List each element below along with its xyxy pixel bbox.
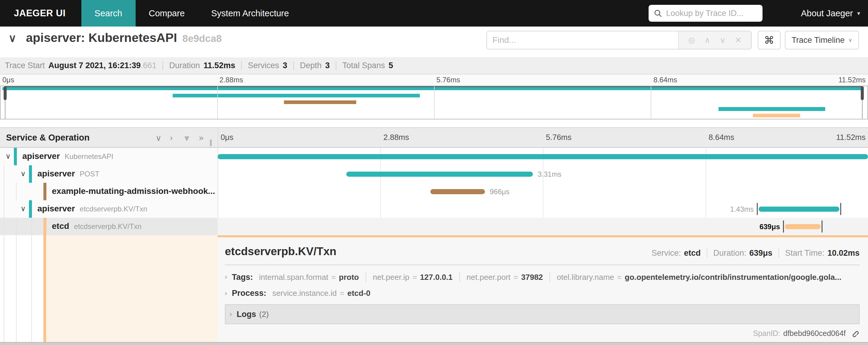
span-timeline-cell[interactable]: 1.43ms xyxy=(218,200,868,218)
span-service-name: apiserverPOST xyxy=(37,169,99,178)
span-timeline-cell[interactable]: 3.31ms xyxy=(218,165,868,183)
span-expander-chevron-icon[interactable]: ∨ xyxy=(21,204,26,213)
span-duration-bar[interactable] xyxy=(430,189,485,194)
span-name-cell[interactable]: ∨apiserverPOST xyxy=(0,165,218,183)
service-label: Service: xyxy=(652,249,681,258)
span-row[interactable]: example-mutating-admission-webhook...966… xyxy=(0,183,868,200)
find-input[interactable] xyxy=(487,31,678,49)
span-boundary-tick xyxy=(783,221,784,232)
command-icon: ⌘ xyxy=(764,34,774,46)
span-timeline-cell[interactable]: 639μs xyxy=(218,218,868,235)
equals-sign: = xyxy=(340,289,344,298)
detail-left-gutter xyxy=(0,235,218,343)
span-name-cell[interactable]: etcdetcdserverpb.KV/Txn xyxy=(0,218,218,235)
span-expander-chevron-icon[interactable]: ∨ xyxy=(5,152,11,161)
prev-match-icon[interactable]: ∧ xyxy=(705,36,710,45)
divider xyxy=(241,61,242,70)
start-time-value: 10.02ms xyxy=(827,249,860,258)
start-time-label: Start Time: xyxy=(785,249,825,258)
duration-value: 639μs xyxy=(749,249,772,258)
trace-minimap[interactable] xyxy=(0,86,868,119)
duration-value: 11.52ms xyxy=(204,61,235,70)
keyboard-shortcuts-button[interactable]: ⌘ xyxy=(758,31,781,50)
span-timeline-cell[interactable] xyxy=(218,148,868,165)
scrubber-grip[interactable] xyxy=(861,86,864,100)
minimap-span-bar xyxy=(173,94,420,97)
lookup-trace-input[interactable] xyxy=(666,9,756,18)
clear-icon[interactable]: ✕ xyxy=(735,36,742,45)
process-accordion[interactable]: › Process: service.instance.id = etcd-0 xyxy=(225,289,860,298)
span-name-cell[interactable]: example-mutating-admission-webhook... xyxy=(0,183,218,200)
span-boundary-tick xyxy=(757,203,758,215)
span-timeline-cell[interactable]: 966μs xyxy=(218,183,868,200)
span-duration-bar[interactable] xyxy=(758,207,839,212)
span-duration-label: 639μs xyxy=(760,223,780,231)
span-expander-chevron-icon[interactable]: ∨ xyxy=(21,170,26,178)
trace-start-label: Trace Start xyxy=(5,61,45,70)
trace-lookup-box[interactable] xyxy=(649,5,763,22)
span-color-strip xyxy=(43,183,46,200)
trace-title-text: apiserver: KubernetesAPI xyxy=(26,31,177,45)
duration-label: Duration xyxy=(169,61,200,70)
chevron-down-icon: ▾ xyxy=(857,10,860,17)
scrubber-grip[interactable] xyxy=(4,86,7,100)
minimap-right-scrubber[interactable] xyxy=(862,86,863,119)
column-resize-handle[interactable]: ∥ xyxy=(209,139,213,147)
tick-label: 0μs xyxy=(221,133,233,142)
expand-all-icon[interactable]: » xyxy=(199,133,204,143)
logs-accordion[interactable]: › Logs (2) xyxy=(225,304,860,324)
span-row[interactable]: ∨apiserverKubernetesAPI xyxy=(0,148,868,165)
span-duration-bar[interactable] xyxy=(218,154,868,159)
link-icon[interactable] xyxy=(850,328,860,338)
collapse-trace-chevron-icon[interactable]: ∨ xyxy=(8,32,16,45)
about-jaeger-menu[interactable]: About Jaeger ▾ xyxy=(801,0,860,27)
span-duration-bar[interactable] xyxy=(785,224,821,229)
tag-value: 37982 xyxy=(521,272,543,282)
minimap-span-bar xyxy=(718,107,825,111)
span-rows: ∨apiserverKubernetesAPI∨apiserverPOST3.3… xyxy=(0,148,868,235)
span-boundary-tick xyxy=(840,203,841,215)
span-color-strip xyxy=(29,165,32,183)
timeline-tick-labels: 0μs2.88ms5.76ms8.64ms11.52ms xyxy=(218,128,868,148)
tick-label: 11.52ms xyxy=(836,133,866,142)
span-row[interactable]: ∨apiserverPOST3.31ms xyxy=(0,165,868,183)
indent-guide xyxy=(16,218,17,235)
divider xyxy=(550,272,550,282)
span-row[interactable]: ∨apiserveretcdserverpb.KV/Txn1.43ms xyxy=(0,200,868,218)
target-icon[interactable]: ◎ xyxy=(688,36,695,45)
service-value: etcd xyxy=(684,249,701,258)
trace-view-label: Trace Timeline xyxy=(792,36,844,45)
nav-tab-compare[interactable]: Compare xyxy=(135,0,198,27)
trace-view-dropdown[interactable]: Trace Timeline ∨ xyxy=(785,31,859,50)
next-match-icon[interactable]: ∨ xyxy=(720,36,725,45)
nav-tab-system-architecture[interactable]: System Architecture xyxy=(198,0,302,27)
logs-count: (2) xyxy=(259,310,269,319)
span-duration-bar[interactable] xyxy=(346,172,533,177)
span-operation-name: POST xyxy=(80,170,99,178)
nav-tab-search[interactable]: Search xyxy=(82,0,135,27)
trace-header: ∨ apiserver: KubernetesAPI8e9dca8 ◎ ∧ ∨ … xyxy=(0,27,868,57)
divider xyxy=(459,272,460,282)
divider xyxy=(778,248,779,258)
process-key: service.instance.id xyxy=(272,289,337,298)
span-row[interactable]: etcdetcdserverpb.KV/Txn639μs xyxy=(0,218,868,235)
divider xyxy=(225,264,860,265)
expand-one-icon[interactable]: › xyxy=(170,133,173,143)
nav-tabs: SearchCompareSystem Architecture xyxy=(82,0,302,27)
minimap-left-scrubber[interactable] xyxy=(5,86,5,119)
indent-guide xyxy=(31,235,32,343)
minimap-span-bar xyxy=(284,100,356,104)
collapse-all-icon[interactable]: ⩔ xyxy=(184,133,189,143)
total-spans-label: Total Spans xyxy=(342,61,385,70)
span-name-cell[interactable]: ∨apiserverKubernetesAPI xyxy=(0,148,218,165)
span-name-cell[interactable]: ∨apiserveretcdserverpb.KV/Txn xyxy=(0,200,218,218)
divider xyxy=(162,61,163,70)
collapse-one-icon[interactable]: ∨ xyxy=(156,133,161,143)
tick-label: 8.64ms xyxy=(653,76,677,84)
horizontal-scrollbar[interactable] xyxy=(0,342,868,345)
tags-accordion[interactable]: › Tags: internal.span.format=protonet.pe… xyxy=(225,272,860,282)
indent-guide xyxy=(16,183,17,200)
span-duration-label: 3.31ms xyxy=(538,170,561,178)
services-label: Services xyxy=(248,61,279,70)
span-detail-title: etcdserverpb.KV/Txn xyxy=(225,245,336,258)
